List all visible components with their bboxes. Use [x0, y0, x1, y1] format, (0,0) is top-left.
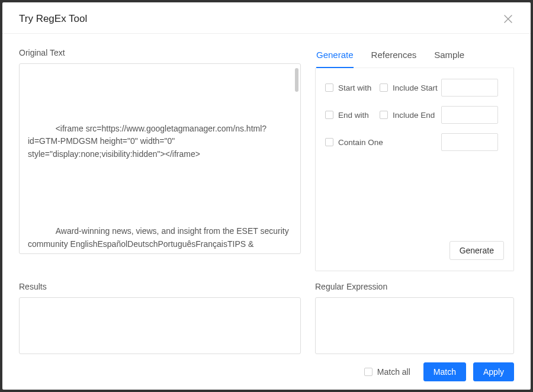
- scrollbar-thumb[interactable]: [295, 68, 298, 92]
- contain-one-input[interactable]: [441, 133, 498, 151]
- results-label: Results: [19, 282, 301, 291]
- results-box[interactable]: [19, 297, 301, 354]
- original-text-content: <iframe src=https://www.googletagmanager…: [28, 71, 292, 254]
- include-end-checkbox[interactable]: Include End: [380, 111, 441, 120]
- generate-button[interactable]: Generate: [449, 241, 504, 260]
- original-text-input[interactable]: <iframe src=https://www.googletagmanager…: [19, 63, 301, 254]
- start-with-checkbox[interactable]: Start with: [325, 83, 380, 92]
- checkbox-icon: [380, 83, 388, 92]
- checkbox-icon: [364, 368, 373, 376]
- contain-one-checkbox[interactable]: Contain One: [325, 138, 441, 147]
- regex-label: Regular Expression: [315, 282, 514, 291]
- regex-input[interactable]: [315, 297, 514, 354]
- end-with-checkbox[interactable]: End with: [325, 111, 380, 120]
- modal-header: Try RegEx Tool: [2, 2, 531, 34]
- original-text-label: Original Text: [19, 48, 301, 57]
- match-button[interactable]: Match: [423, 362, 466, 381]
- start-with-input[interactable]: [441, 79, 498, 97]
- include-start-label: Include Start: [393, 83, 438, 92]
- generate-options: Start with Include Start End with: [325, 79, 504, 160]
- apply-button[interactable]: Apply: [473, 362, 514, 381]
- include-end-label: Include End: [393, 111, 435, 120]
- tab-bar: Generate References Sample: [315, 48, 514, 68]
- modal-footer: Match all Match Apply: [2, 354, 531, 390]
- tab-sample[interactable]: Sample: [434, 49, 464, 68]
- checkbox-icon: [380, 111, 388, 119]
- start-with-label: Start with: [338, 83, 371, 92]
- regex-column: Regular Expression: [315, 282, 514, 354]
- contain-one-label: Contain One: [338, 138, 383, 147]
- match-all-label: Match all: [377, 367, 410, 377]
- checkbox-icon: [325, 83, 333, 92]
- checkbox-icon: [325, 111, 333, 119]
- end-with-input[interactable]: [441, 106, 498, 124]
- include-start-checkbox[interactable]: Include Start: [380, 83, 441, 92]
- modal-body: Original Text <iframe src=https://www.go…: [2, 34, 531, 271]
- close-icon[interactable]: [502, 13, 514, 25]
- modal-title: Try RegEx Tool: [19, 13, 87, 25]
- original-text-column: Original Text <iframe src=https://www.go…: [19, 48, 301, 271]
- results-column: Results: [19, 282, 301, 354]
- match-all-checkbox[interactable]: Match all: [364, 367, 410, 377]
- checkbox-icon: [325, 138, 333, 146]
- tab-generate[interactable]: Generate: [316, 49, 354, 68]
- generate-panel: Start with Include Start End with: [315, 68, 514, 271]
- lower-row: Results Regular Expression: [2, 271, 531, 354]
- end-with-label: End with: [338, 111, 369, 120]
- right-column: Generate References Sample Start with In…: [315, 48, 514, 271]
- regex-tool-modal: Try RegEx Tool Original Text <iframe src…: [2, 2, 531, 390]
- tab-references[interactable]: References: [371, 49, 417, 68]
